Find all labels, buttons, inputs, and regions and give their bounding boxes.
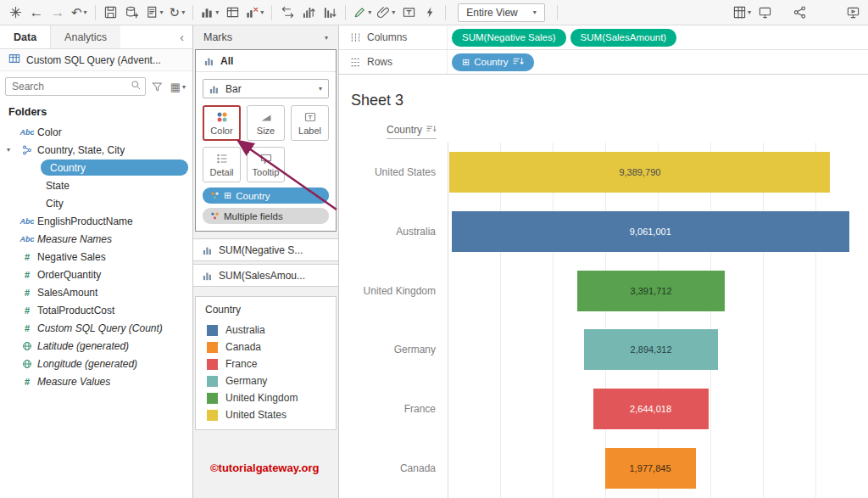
field-city[interactable]: City: [0, 194, 192, 212]
field-englishproductname[interactable]: AbcEnglishProductName: [0, 212, 192, 230]
field-totalproductcost[interactable]: #TotalProductCost: [0, 301, 192, 319]
label-button[interactable]: Label: [291, 105, 329, 141]
marks-pill-multiple-fields[interactable]: Multiple fields: [203, 208, 329, 224]
toolbar-separator: [192, 5, 193, 20]
measure-card-negative-sales[interactable]: SUM(Negative S...: [193, 238, 338, 261]
collapse-pane-icon[interactable]: ‹: [171, 25, 192, 48]
field-state[interactable]: State: [0, 176, 192, 194]
refresh-icon[interactable]: ↻▾: [167, 3, 188, 23]
legend-label: Canada: [225, 341, 261, 353]
measure-card-salesamount[interactable]: SUM(SalesAmou...: [193, 264, 338, 287]
bar-france[interactable]: 2,644,018: [593, 389, 709, 429]
pivot-table-icon[interactable]: [222, 3, 242, 23]
row-label-united-kingdom: United Kingdom: [339, 261, 448, 321]
field-country[interactable]: Country: [0, 159, 192, 176]
toolbar-separator: [345, 5, 346, 20]
run-update-icon[interactable]: [420, 3, 440, 23]
legend-swatch: [207, 342, 218, 353]
presentation-mode-icon[interactable]: [843, 3, 863, 23]
chart-type-icon[interactable]: ▾: [198, 3, 221, 23]
pill-sort-icon[interactable]: [513, 57, 524, 68]
rows-shelf[interactable]: Rows ⊞ Country: [339, 50, 868, 75]
undo-icon[interactable]: ↶▾: [69, 3, 90, 23]
bar-united-kingdom[interactable]: 3,391,712: [577, 271, 726, 311]
sort-ascending-icon[interactable]: [298, 3, 319, 23]
datasource-icon: [8, 53, 20, 67]
search-icon[interactable]: [131, 80, 142, 93]
legend-item-germany[interactable]: Germany: [196, 372, 336, 389]
field-salesamount[interactable]: #SalesAmount: [0, 283, 192, 301]
highlight-pen-icon[interactable]: ▾: [351, 3, 374, 23]
new-worksheet-icon[interactable]: ▾: [143, 3, 166, 23]
share-icon[interactable]: [789, 3, 810, 23]
tab-data[interactable]: Data: [0, 25, 50, 48]
search-box[interactable]: [5, 77, 146, 96]
sort-indicator-icon[interactable]: [426, 124, 437, 136]
expand-chevron-icon[interactable]: ▾: [7, 146, 17, 154]
legend-label: United Kingdom: [225, 392, 298, 404]
color-legend: Country AustraliaCanadaFranceGermanyUnit…: [195, 296, 337, 430]
field-measure-names[interactable]: AbcMeasure Names: [0, 230, 192, 248]
hierarchy-expand-icon[interactable]: ⊞: [462, 57, 470, 68]
tab-analytics[interactable]: Analytics: [50, 25, 120, 48]
mark-type-value: Bar: [225, 83, 242, 95]
field-measure-values[interactable]: #Measure Values: [0, 372, 192, 390]
hierarchy-icon: [17, 145, 37, 155]
add-datasource-icon[interactable]: [122, 3, 142, 23]
legend-item-france[interactable]: France: [196, 355, 336, 372]
color-button[interactable]: Color: [203, 105, 241, 141]
columns-shelf[interactable]: Columns SUM(Negative Sales) SUM(SalesAmo…: [339, 25, 868, 50]
tableau-logo-icon[interactable]: [5, 3, 25, 23]
bar-united-states[interactable]: 9,389,790: [449, 152, 830, 193]
legend-item-united-kingdom[interactable]: United Kingdom: [196, 389, 336, 406]
legend-item-united-states[interactable]: United States: [196, 406, 336, 423]
field-color[interactable]: AbcColor: [0, 123, 192, 141]
field-custom-sql-query-count[interactable]: #Custom SQL Query (Count): [0, 319, 192, 337]
pill-sum-salesamount[interactable]: SUM(SalesAmount): [570, 29, 677, 47]
field-negative-sales[interactable]: #Negative Sales: [0, 248, 192, 266]
back-icon[interactable]: ←: [26, 3, 47, 23]
legend-label: Australia: [225, 324, 265, 336]
text-label-icon[interactable]: [398, 3, 419, 23]
format-clip-icon[interactable]: ▾: [375, 3, 398, 23]
sort-descending-icon[interactable]: [320, 3, 340, 23]
bar-germany[interactable]: 2,894,312: [584, 329, 719, 370]
data-pane: Data Analytics ‹ Custom SQL Query (Adven…: [0, 25, 193, 498]
pill-sum-negative-sales[interactable]: SUM(Negative Sales): [452, 29, 566, 47]
column-header[interactable]: Country: [387, 124, 437, 139]
pill-country[interactable]: ⊞ Country: [452, 53, 534, 71]
legend-swatch: [207, 393, 218, 404]
datasource-item[interactable]: Custom SQL Query (Advent...: [0, 49, 192, 71]
fit-view-dropdown[interactable]: Entire View ▾: [458, 3, 545, 22]
save-icon[interactable]: [101, 3, 121, 23]
legend-label: France: [225, 358, 257, 370]
mark-type-dropdown[interactable]: Bar ▾: [203, 79, 329, 98]
show-me-icon[interactable]: ▾: [731, 3, 754, 23]
selected-field-pill[interactable]: Country: [41, 159, 188, 176]
clear-sheet-icon[interactable]: ▾: [243, 3, 266, 23]
tooltip-button[interactable]: Tooltip: [247, 147, 285, 182]
detail-button[interactable]: Detail: [203, 147, 241, 182]
bar-australia[interactable]: 9,061,001: [452, 211, 849, 252]
field-latitude-generated[interactable]: Latitude (generated): [0, 337, 192, 355]
toolbar-separator: [271, 5, 272, 20]
bar-canada[interactable]: 1,977,845: [605, 448, 696, 489]
device-preview-icon[interactable]: [754, 3, 775, 23]
swap-axes-icon[interactable]: [277, 3, 298, 23]
field-orderquantity[interactable]: #OrderQuantity: [0, 266, 192, 283]
size-button[interactable]: Size: [247, 105, 285, 141]
marks-pill-country[interactable]: ⊞ Country: [203, 187, 329, 204]
legend-item-canada[interactable]: Canada: [196, 339, 336, 355]
row-label-united-states: United States: [339, 143, 448, 202]
field-longitude-generated[interactable]: Longitude (generated): [0, 355, 192, 372]
marks-all-row[interactable]: All: [196, 50, 336, 72]
field-country-state-city[interactable]: ▾Country, State, City: [0, 141, 192, 159]
hierarchy-expand-icon[interactable]: ⊞: [224, 190, 231, 201]
legend-item-australia[interactable]: Australia: [196, 322, 336, 339]
toolbar-separator: [557, 5, 558, 20]
filter-icon[interactable]: [150, 81, 164, 92]
view-options-icon[interactable]: ▦▾: [169, 81, 187, 93]
forward-icon[interactable]: →: [47, 3, 68, 23]
search-input[interactable]: [12, 81, 131, 92]
marks-menu-icon[interactable]: ▾: [325, 34, 328, 42]
